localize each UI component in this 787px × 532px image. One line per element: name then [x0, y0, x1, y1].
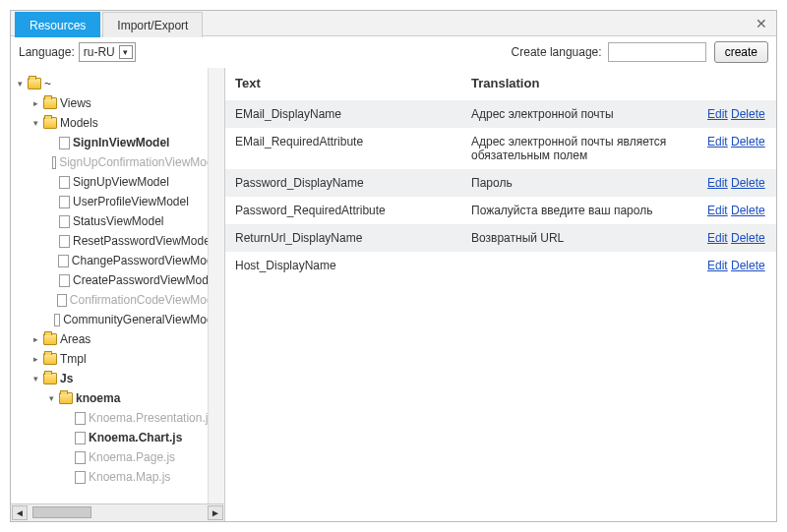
edit-link[interactable]: Edit [707, 231, 728, 245]
cell-text: ReturnUrl_DisplayName [225, 224, 461, 252]
tree-node-label: ~ [44, 74, 51, 93]
folder-open-icon [59, 392, 73, 404]
delete-link[interactable]: Delete [731, 107, 765, 121]
scroll-thumb[interactable] [32, 506, 91, 518]
table-pane: Text Translation EMail_DisplayNameАдрес … [225, 68, 776, 521]
collapse-icon[interactable]: ▾ [15, 74, 25, 93]
scroll-left-icon[interactable]: ◄ [12, 505, 28, 520]
edit-link[interactable]: Edit [707, 107, 728, 121]
file-icon [54, 314, 60, 326]
cell-translation [461, 252, 697, 279]
tab-import-export[interactable]: Import/Export [102, 12, 203, 37]
folder-open-icon [28, 78, 41, 89]
delete-link[interactable]: Delete [731, 204, 765, 217]
table-row: Host_DisplayNameEdit Delete [225, 252, 776, 279]
tree-node-label: Tmpl [60, 349, 87, 369]
create-button[interactable]: create [714, 41, 768, 63]
tree-node-label: Knoema.Chart.js [89, 428, 182, 447]
tree-node-label: Views [60, 93, 91, 113]
table-row: Password_RequiredAttributeПожалуйста вве… [225, 197, 776, 224]
tree-node[interactable]: ▪SignUpConfirmationViewModel [44, 152, 224, 172]
tree-node[interactable]: ▾~ [13, 74, 224, 93]
file-icon [75, 412, 86, 425]
tab-resources[interactable]: Resources [15, 12, 100, 37]
file-icon [59, 196, 70, 208]
edit-link[interactable]: Edit [707, 135, 728, 148]
cell-text: Host_DisplayName [225, 252, 461, 279]
chevron-down-icon[interactable]: ▾ [119, 45, 133, 59]
collapse-icon[interactable]: ▾ [30, 369, 40, 388]
cell-text: Password_RequiredAttribute [225, 197, 461, 224]
collapse-icon[interactable]: ▾ [30, 113, 40, 133]
expand-icon[interactable]: ▸ [30, 349, 40, 369]
tree-node[interactable]: ▪Knoema.Map.js [60, 467, 224, 487]
file-icon [59, 235, 70, 248]
edit-link[interactable]: Edit [707, 259, 728, 272]
tree-node-label: Knoema.Presentation.js [89, 408, 213, 428]
tree-node-label: CreatePasswordViewModel [73, 270, 217, 290]
tree-node[interactable]: ▪CommunityGeneralViewModel [44, 310, 224, 329]
table-row: ReturnUrl_DisplayNameВозвратный URLEdit … [225, 224, 776, 252]
horizontal-scrollbar[interactable]: ◄ ► [11, 503, 224, 521]
create-language-input[interactable] [608, 42, 706, 62]
file-icon [59, 176, 70, 189]
tree-node[interactable]: ▪CreatePasswordViewModel [44, 270, 224, 290]
tree-node[interactable]: ▪Knoema.Chart.js [60, 428, 224, 447]
tree-node[interactable]: ▪Knoema.Page.js [60, 447, 224, 467]
tree-node[interactable]: ▪ChangePasswordViewModel [44, 251, 224, 270]
tree-node[interactable]: ▪SignInViewModel [44, 133, 224, 152]
edit-link[interactable]: Edit [707, 176, 728, 190]
tree-node[interactable]: ▾knoema [44, 388, 224, 408]
file-icon [75, 451, 86, 464]
tree-node[interactable]: ▪UserProfileViewModel [44, 192, 224, 211]
tree-node[interactable]: ▪StatusViewModel [44, 211, 224, 231]
tree-node[interactable]: ▪Knoema.Presentation.js [60, 408, 224, 428]
scroll-right-icon[interactable]: ► [208, 505, 223, 520]
collapse-icon[interactable]: ▾ [46, 388, 56, 408]
language-select[interactable]: ru-RU ▾ [79, 42, 136, 62]
file-icon [59, 215, 70, 228]
delete-link[interactable]: Delete [731, 135, 765, 148]
cell-translation: Пароль [461, 169, 697, 197]
tree-view[interactable]: ▾~▸Views▾Models▪SignInViewModel▪SignUpCo… [11, 68, 224, 503]
tree-node-label: CommunityGeneralViewModel [63, 310, 222, 329]
file-icon [57, 294, 66, 307]
tree-node-label: UserProfileViewModel [73, 192, 189, 211]
tree-node-label: SignInViewModel [73, 133, 169, 152]
tree-node[interactable]: ▸Areas [29, 329, 224, 349]
tree-node[interactable]: ▾Models [29, 113, 224, 133]
tree-node[interactable]: ▸Views [29, 93, 224, 113]
tree-node-label: ConfirmationCodeViewModel [70, 290, 222, 310]
delete-link[interactable]: Delete [731, 231, 765, 245]
tree-node-label: Areas [60, 329, 91, 349]
expand-icon[interactable]: ▸ [30, 329, 40, 349]
tree-node-label: Knoema.Map.js [89, 467, 170, 487]
file-icon [59, 274, 70, 287]
tree-node-label: SignUpViewModel [73, 172, 169, 192]
tree-node[interactable]: ▾Js [29, 369, 224, 388]
tree-node-label: knoema [76, 388, 120, 408]
cell-text: Password_DisplayName [225, 169, 461, 197]
tree-node[interactable]: ▸Tmpl [29, 349, 224, 369]
delete-link[interactable]: Delete [731, 259, 765, 272]
delete-link[interactable]: Delete [731, 176, 765, 190]
file-icon [59, 137, 70, 149]
tree-node-label: Models [60, 113, 98, 133]
tree-node[interactable]: ▪ResetPasswordViewModel [44, 231, 224, 251]
create-language-label: Create language: [512, 45, 602, 59]
cell-translation: Возвратный URL [461, 224, 697, 252]
close-icon[interactable]: ✕ [753, 15, 770, 32]
cell-text: EMail_DisplayName [225, 100, 461, 128]
file-icon [75, 432, 86, 444]
tree-pane: ▾~▸Views▾Models▪SignInViewModel▪SignUpCo… [11, 68, 225, 521]
cell-text: EMail_RequiredAttribute [225, 128, 461, 169]
edit-link[interactable]: Edit [707, 204, 728, 217]
file-icon [52, 156, 56, 169]
expand-icon[interactable]: ▸ [30, 93, 40, 113]
folder-closed-icon [43, 333, 57, 345]
tree-node[interactable]: ▪SignUpViewModel [44, 172, 224, 192]
folder-open-icon [43, 373, 57, 384]
table-row: EMail_RequiredAttributeАдрес электронной… [225, 128, 776, 169]
col-header-translation: Translation [461, 68, 697, 100]
tree-node[interactable]: ▪ConfirmationCodeViewModel [44, 290, 224, 310]
